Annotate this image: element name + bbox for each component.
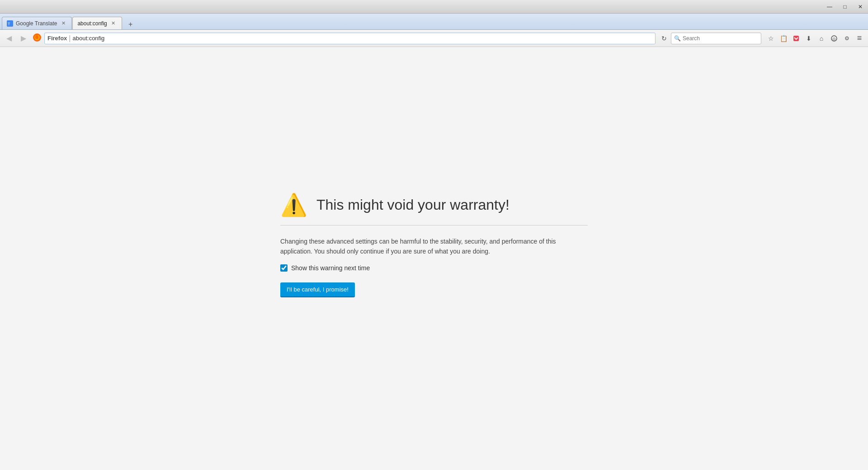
tab-about-config-label: about:config <box>77 20 107 27</box>
reading-list-icon[interactable]: 📋 <box>778 33 789 44</box>
nav-bar: ◀ ▶ Firefox | about:config ↻ 🔍 ☆ 📋 ⬇ ⌂ ◎ <box>0 30 868 47</box>
address-separator: | <box>69 34 71 42</box>
pocket-icon[interactable] <box>790 33 802 44</box>
warning-title: This might void your warranty! <box>316 197 509 213</box>
search-input[interactable] <box>683 35 758 42</box>
checkbox-row: Show this warning next time <box>280 264 588 272</box>
browser-brand-label: Firefox <box>47 35 67 42</box>
tab-about-config-close[interactable]: ✕ <box>110 20 117 27</box>
tab-google-translate[interactable]: T Google Translate ✕ <box>2 17 72 29</box>
address-url: about:config <box>73 35 653 42</box>
download-icon[interactable]: ⬇ <box>803 33 815 44</box>
title-bar: — □ ✕ <box>0 0 868 14</box>
menu-button[interactable]: ≡ <box>854 33 865 44</box>
tab-about-config[interactable]: about:config ✕ <box>72 17 122 29</box>
back-icon: ◀ <box>6 34 12 42</box>
promise-button[interactable]: I'll be careful, I promise! <box>280 282 355 297</box>
show-warning-checkbox[interactable] <box>280 264 288 272</box>
checkbox-label[interactable]: Show this warning next time <box>291 264 370 272</box>
svg-rect-4 <box>793 36 799 41</box>
search-icon: 🔍 <box>674 35 681 42</box>
forward-button[interactable]: ▶ <box>17 32 30 45</box>
bookmark-icon[interactable]: ☆ <box>765 33 777 44</box>
warning-icon: ⚠️ <box>280 193 307 218</box>
main-content: ⚠️ This might void your warranty! Changi… <box>0 47 868 470</box>
tab-bar: T Google Translate ✕ about:config ✕ + <box>0 14 868 30</box>
tab-google-translate-close[interactable]: ✕ <box>60 20 67 27</box>
maximize-button[interactable]: □ <box>837 0 853 14</box>
close-button[interactable]: ✕ <box>853 0 868 14</box>
back-button[interactable]: ◀ <box>3 32 15 45</box>
warning-text: Changing these advanced settings can be … <box>280 236 588 257</box>
svg-text:T: T <box>8 22 10 26</box>
warning-body: Changing these advanced settings can be … <box>280 236 588 298</box>
address-bar[interactable]: Firefox | about:config <box>44 33 656 44</box>
translate-favicon: T <box>7 20 13 27</box>
search-bar[interactable]: 🔍 <box>671 33 761 44</box>
firefox-icon <box>33 33 42 44</box>
reload-icon: ↻ <box>661 35 667 42</box>
minimize-button[interactable]: — <box>822 0 837 14</box>
sync-icon[interactable]: ◎ <box>828 33 840 44</box>
new-tab-button[interactable]: + <box>124 19 137 29</box>
developer-icon[interactable]: ⚙ <box>841 33 853 44</box>
tab-google-translate-label: Google Translate <box>16 20 57 27</box>
svg-text:◎: ◎ <box>832 37 836 41</box>
reload-button[interactable]: ↻ <box>659 33 669 43</box>
forward-icon: ▶ <box>21 34 26 42</box>
home-icon[interactable]: ⌂ <box>816 33 827 44</box>
warning-header: ⚠️ This might void your warranty! <box>280 193 588 226</box>
window-controls: — □ ✕ <box>822 0 868 13</box>
warning-container: ⚠️ This might void your warranty! Changi… <box>280 193 588 298</box>
nav-icons-right: ☆ 📋 ⬇ ⌂ ◎ ⚙ ≡ <box>765 33 865 44</box>
